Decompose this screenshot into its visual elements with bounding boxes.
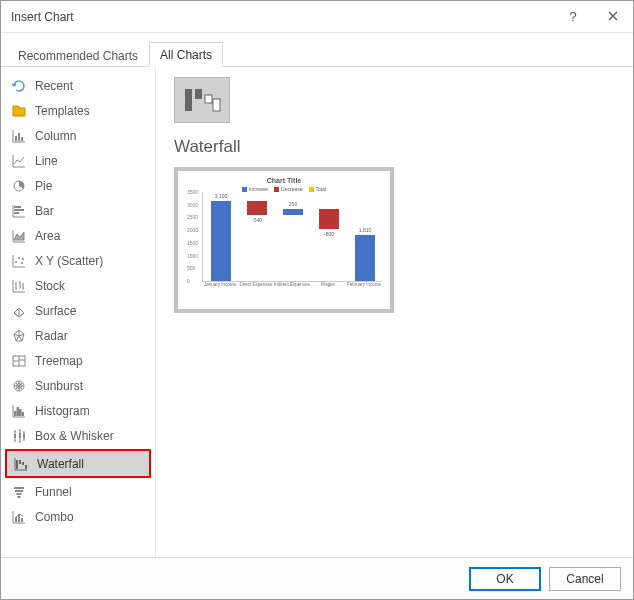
sidebar-item-box-whisker[interactable]: Box & Whisker [5, 423, 151, 448]
svg-rect-32 [185, 89, 192, 111]
svg-rect-25 [14, 487, 24, 489]
sidebar-item-label: Treemap [35, 354, 83, 368]
sidebar-item-label: Pie [35, 179, 52, 193]
sidebar-item-funnel[interactable]: Funnel [5, 479, 151, 504]
sidebar-item-label: Combo [35, 510, 74, 524]
close-button[interactable] [593, 1, 633, 33]
svg-rect-16 [19, 409, 22, 416]
dialog-body: Recent Templates Column Line Pie Bar [1, 67, 633, 557]
svg-rect-2 [21, 137, 23, 141]
svg-point-10 [22, 258, 24, 260]
svg-rect-35 [213, 99, 220, 111]
sidebar-item-label: Recent [35, 79, 73, 93]
sidebar-item-label: Radar [35, 329, 68, 343]
sidebar-item-label: Histogram [35, 404, 90, 418]
svg-rect-33 [195, 89, 202, 99]
svg-rect-22 [19, 460, 21, 464]
sidebar-item-bar[interactable]: Bar [5, 198, 151, 223]
svg-rect-31 [21, 518, 23, 522]
sidebar-item-line[interactable]: Line [5, 148, 151, 173]
chart-preview[interactable]: Chart Title Increase Decrease Total 3500… [174, 167, 394, 313]
sidebar-item-area[interactable]: Area [5, 223, 151, 248]
templates-icon [11, 103, 27, 119]
bar-february-income: 1,810 [355, 235, 375, 282]
sidebar-item-label: Area [35, 229, 60, 243]
sidebar-item-sunburst[interactable]: Sunburst [5, 373, 151, 398]
sidebar-item-label: Funnel [35, 485, 72, 499]
svg-rect-4 [14, 206, 21, 208]
sidebar-item-radar[interactable]: Radar [5, 323, 151, 348]
dialog-title: Insert Chart [11, 10, 553, 24]
preview-chart-title: Chart Title [186, 177, 382, 184]
tab-strip: Recommended Charts All Charts [1, 41, 633, 67]
radar-icon [11, 328, 27, 344]
selection-highlight: Waterfall [5, 449, 151, 478]
bar-january-income: 3,100 [211, 201, 231, 281]
sidebar-item-scatter[interactable]: X Y (Scatter) [5, 248, 151, 273]
close-icon [608, 9, 618, 24]
waterfall-subtype-icon [182, 83, 222, 118]
sidebar-item-templates[interactable]: Templates [5, 98, 151, 123]
waterfall-icon [13, 456, 29, 472]
sidebar-item-label: Column [35, 129, 76, 143]
svg-rect-1 [18, 133, 20, 141]
titlebar-controls: ? [553, 1, 633, 33]
bar-icon [11, 203, 27, 219]
combo-icon [11, 509, 27, 525]
svg-rect-17 [22, 412, 25, 416]
svg-rect-21 [16, 460, 18, 469]
svg-rect-6 [14, 212, 19, 214]
help-button[interactable]: ? [553, 1, 593, 33]
sidebar-item-recent[interactable]: Recent [5, 73, 151, 98]
stock-icon [11, 278, 27, 294]
ok-button[interactable]: OK [469, 567, 541, 591]
sidebar-item-combo[interactable]: Combo [5, 504, 151, 529]
sidebar-item-waterfall[interactable]: Waterfall [7, 451, 149, 476]
sidebar-item-pie[interactable]: Pie [5, 173, 151, 198]
cancel-button[interactable]: Cancel [549, 567, 621, 591]
preview-xlabels: January Income Direct Expenses Indirect … [202, 282, 382, 287]
sidebar-item-label: Surface [35, 304, 76, 318]
histogram-icon [11, 403, 27, 419]
column-icon [11, 128, 27, 144]
svg-rect-15 [17, 407, 20, 416]
subtype-waterfall[interactable] [174, 77, 230, 123]
dialog-footer: OK Cancel [1, 557, 633, 599]
pie-icon [11, 178, 27, 194]
line-icon [11, 153, 27, 169]
titlebar: Insert Chart ? [1, 1, 633, 33]
funnel-icon [11, 484, 27, 500]
help-icon: ? [569, 9, 576, 24]
chart-details-pane: Waterfall Chart Title Increase Decrease … [156, 67, 633, 557]
bar-wages: -800 [319, 209, 339, 230]
svg-rect-18 [14, 434, 16, 438]
svg-rect-24 [25, 465, 27, 469]
tab-recommended-charts[interactable]: Recommended Charts [7, 43, 149, 67]
box-whisker-icon [11, 428, 27, 444]
sidebar-item-label: Stock [35, 279, 65, 293]
surface-icon [11, 303, 27, 319]
bar-indirect-expenses: 250 [283, 209, 303, 215]
preview-plot: 3500 3000 2500 2000 1500 1000 500 0 3,10… [202, 192, 382, 282]
sidebar-item-label: Bar [35, 204, 54, 218]
sidebar-item-histogram[interactable]: Histogram [5, 398, 151, 423]
svg-rect-34 [205, 95, 212, 103]
bar-direct-expenses: -540 [247, 201, 267, 215]
sunburst-icon [11, 378, 27, 394]
sidebar-item-column[interactable]: Column [5, 123, 151, 148]
svg-rect-5 [14, 209, 24, 211]
sidebar-item-surface[interactable]: Surface [5, 298, 151, 323]
sidebar-item-stock[interactable]: Stock [5, 273, 151, 298]
svg-rect-26 [15, 490, 23, 492]
treemap-icon [11, 353, 27, 369]
sidebar-item-treemap[interactable]: Treemap [5, 348, 151, 373]
svg-point-9 [21, 262, 23, 264]
chart-type-sidebar: Recent Templates Column Line Pie Bar [1, 67, 156, 557]
svg-rect-19 [19, 433, 21, 438]
tab-all-charts[interactable]: All Charts [149, 42, 223, 67]
area-icon [11, 228, 27, 244]
sidebar-item-label: Sunburst [35, 379, 83, 393]
insert-chart-dialog: Insert Chart ? Recommended Charts All Ch… [0, 0, 634, 600]
sidebar-item-label: Templates [35, 104, 90, 118]
chart-type-heading: Waterfall [174, 137, 615, 157]
